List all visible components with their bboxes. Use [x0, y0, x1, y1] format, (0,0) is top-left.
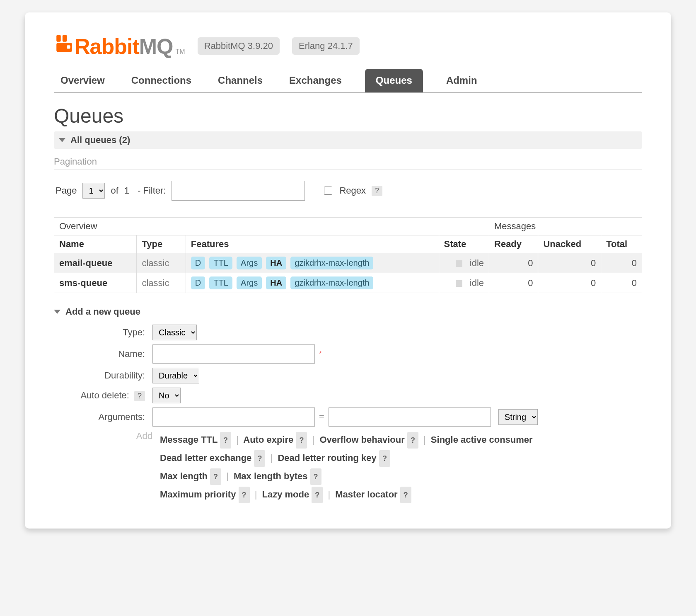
- hint-max-length[interactable]: Max length: [160, 471, 208, 481]
- queue-name-link[interactable]: sms-queue: [59, 278, 107, 288]
- row-durability: Durability: Durable: [54, 368, 642, 383]
- all-queues-label: All queues (2): [70, 135, 130, 146]
- filter-label: - Filter:: [138, 185, 166, 196]
- row-arguments: Arguments: = String: [54, 407, 642, 427]
- hint-help[interactable]: ?: [379, 450, 390, 467]
- name-input[interactable]: [152, 344, 315, 364]
- logo-text: RabbitMQ: [75, 34, 173, 59]
- hint-dlx[interactable]: Dead letter exchange: [160, 453, 251, 463]
- durability-select[interactable]: Durable: [152, 368, 199, 383]
- tab-queues[interactable]: Queues: [365, 69, 423, 92]
- cell-total: 0: [601, 253, 642, 273]
- feature-policy-tag[interactable]: gzikdrhx-max-length: [290, 276, 373, 289]
- queue-type: classic: [137, 253, 186, 273]
- queue-name-link[interactable]: email-queue: [59, 258, 112, 268]
- col-total[interactable]: Total: [601, 235, 642, 253]
- erlang-chip: Erlang 24.1.7: [292, 37, 360, 55]
- required-star-icon: *: [319, 350, 321, 358]
- add-queue-label: Add a new queue: [65, 306, 140, 317]
- logo-rabbit: Rabbit: [75, 34, 139, 58]
- tab-connections[interactable]: Connections: [128, 69, 195, 92]
- page-card: RabbitMQ TM RabbitMQ 3.9.20 Erlang 24.1.…: [25, 12, 671, 529]
- hint-max-length-bytes[interactable]: Max length bytes: [234, 471, 307, 481]
- col-type[interactable]: Type: [137, 235, 186, 253]
- col-name[interactable]: Name: [54, 235, 137, 253]
- hint-help[interactable]: ?: [407, 432, 418, 449]
- cell-ready: 0: [489, 273, 538, 293]
- tab-admin[interactable]: Admin: [443, 69, 481, 92]
- all-queues-header[interactable]: All queues (2): [54, 131, 642, 149]
- type-label: Type:: [54, 327, 152, 338]
- tab-overview[interactable]: Overview: [57, 69, 108, 92]
- feature-ttl-tag[interactable]: TTL: [209, 257, 232, 269]
- cell-unacked: 0: [538, 253, 601, 273]
- durability-label: Durability:: [54, 370, 152, 381]
- feature-d-tag[interactable]: D: [191, 276, 205, 289]
- queue-features: D TTL Args HA gzikdrhx-max-length: [186, 253, 439, 273]
- feature-ha-tag[interactable]: HA: [266, 257, 286, 269]
- header: RabbitMQ TM RabbitMQ 3.9.20 Erlang 24.1.…: [54, 33, 642, 59]
- col-state[interactable]: State: [439, 235, 489, 253]
- nav-tabs: Overview Connections Channels Exchanges …: [54, 69, 642, 93]
- queue-features: D TTL Args HA gzikdrhx-max-length: [186, 273, 439, 293]
- hint-master-locator[interactable]: Master locator: [335, 489, 397, 500]
- tab-channels[interactable]: Channels: [215, 69, 266, 92]
- feature-d-tag[interactable]: D: [191, 257, 205, 269]
- hint-single-active-consumer[interactable]: Single active consumer: [431, 434, 533, 445]
- hint-maximum-priority[interactable]: Maximum priority: [160, 489, 236, 500]
- name-label: Name:: [54, 349, 152, 359]
- total-pages: 1: [124, 185, 129, 196]
- col-features[interactable]: Features: [186, 235, 439, 253]
- hint-help[interactable]: ?: [400, 487, 411, 503]
- hint-help[interactable]: ?: [239, 487, 250, 503]
- hint-help[interactable]: ?: [296, 432, 307, 449]
- type-select[interactable]: Classic: [152, 325, 197, 340]
- argument-key-input[interactable]: [152, 407, 315, 427]
- state-text: idle: [470, 278, 484, 288]
- hint-help[interactable]: ?: [210, 468, 221, 485]
- page-title: Queues: [54, 104, 642, 127]
- feature-ttl-tag[interactable]: TTL: [209, 276, 232, 289]
- autodelete-help[interactable]: ?: [134, 391, 145, 401]
- hint-auto-expire[interactable]: Auto expire: [243, 434, 293, 445]
- filter-input[interactable]: [172, 181, 305, 201]
- state-indicator-icon: [456, 260, 462, 267]
- argument-value-input[interactable]: [329, 407, 491, 427]
- hint-help[interactable]: ?: [220, 432, 231, 449]
- col-unacked[interactable]: Unacked: [538, 235, 601, 253]
- feature-ha-tag[interactable]: HA: [266, 276, 286, 289]
- version-chip: RabbitMQ 3.9.20: [198, 37, 280, 55]
- hint-help[interactable]: ?: [312, 487, 323, 503]
- add-queue-header[interactable]: Add a new queue: [54, 303, 642, 320]
- logo: RabbitMQ TM: [54, 33, 185, 59]
- page-label: Page: [56, 185, 77, 196]
- regex-checkbox[interactable]: [324, 187, 332, 195]
- hint-help[interactable]: ?: [254, 450, 265, 467]
- cell-unacked: 0: [538, 273, 601, 293]
- chevron-down-icon: [59, 138, 65, 142]
- tab-exchanges[interactable]: Exchanges: [286, 69, 345, 92]
- state-text: idle: [470, 258, 484, 268]
- feature-args-tag[interactable]: Args: [237, 276, 262, 289]
- group-messages: Messages: [489, 218, 642, 235]
- logo-mq: MQ: [139, 34, 173, 58]
- argument-type-select[interactable]: String: [498, 409, 538, 425]
- chevron-down-icon: [54, 310, 60, 314]
- col-ready[interactable]: Ready: [489, 235, 538, 253]
- hint-overflow[interactable]: Overflow behaviour: [319, 434, 404, 445]
- regex-help[interactable]: ?: [372, 186, 382, 196]
- feature-args-tag[interactable]: Args: [237, 257, 262, 269]
- page-select[interactable]: 1: [82, 183, 105, 199]
- table-row: sms-queue classic D TTL Args HA gzikdrhx…: [54, 273, 642, 293]
- hint-help[interactable]: ?: [310, 468, 321, 485]
- queue-state: idle: [439, 253, 489, 273]
- row-type: Type: Classic: [54, 325, 642, 340]
- logo-tm: TM: [176, 48, 185, 56]
- queue-type: classic: [137, 273, 186, 293]
- pager-row: Page 1 of 1 - Filter: Regex ?: [54, 181, 642, 201]
- hint-message-ttl[interactable]: Message TTL: [160, 434, 218, 445]
- feature-policy-tag[interactable]: gzikdrhx-max-length: [290, 257, 373, 269]
- hint-lazy-mode[interactable]: Lazy mode: [262, 489, 309, 500]
- hint-dlrk[interactable]: Dead letter routing key: [278, 453, 376, 463]
- autodelete-select[interactable]: No: [152, 388, 181, 403]
